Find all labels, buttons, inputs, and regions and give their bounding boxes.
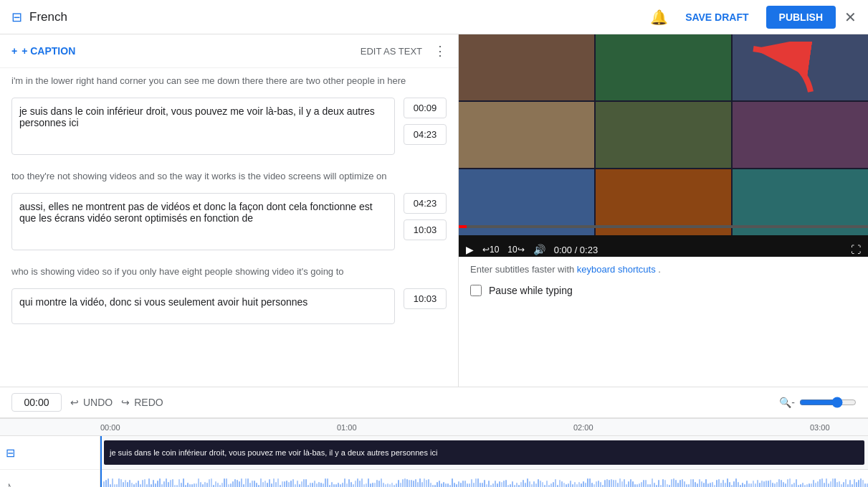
mark-2: 02:00 bbox=[573, 423, 593, 432]
page-title: French bbox=[29, 10, 67, 24]
main-content: + + CAPTION EDIT AS TEXT ⋮ i'm in the lo… bbox=[0, 34, 868, 387]
fullscreen-button[interactable]: ⛶ bbox=[851, 244, 861, 255]
time-end-btn-1[interactable]: 04:23 bbox=[404, 124, 447, 145]
caption-track-icon: ⊟ bbox=[6, 446, 15, 460]
video-container: ▶ ↩10 10↪ 🔊 0:00 / 0:23 ⛶ bbox=[459, 34, 868, 257]
time-buttons-1: 00:09 04:23 bbox=[404, 98, 447, 145]
caption-block-2: aussi, elles ne montrent pas de vidéos e… bbox=[0, 189, 458, 259]
mark-3: 03:00 bbox=[810, 423, 830, 432]
redo-button[interactable]: ↪ REDO bbox=[121, 397, 163, 408]
timeline-ruler: 00:00 01:00 02:00 03:00 bbox=[0, 419, 868, 436]
timeline: 00:00 01:00 02:00 03:00 ⊟ ♪ je suis dans… bbox=[0, 418, 868, 487]
pause-while-typing-label: Pause while typing bbox=[489, 285, 573, 296]
time-buttons-2: 04:23 10:03 bbox=[404, 193, 447, 240]
video-grid bbox=[459, 34, 868, 235]
pause-while-typing-row: Pause while typing bbox=[459, 282, 868, 299]
forward-10-button[interactable]: 10↪ bbox=[507, 245, 524, 255]
video-controls: ▶ ↩10 10↪ 🔊 0:00 / 0:23 ⛶ bbox=[459, 235, 868, 257]
more-options-button[interactable]: ⋮ bbox=[434, 43, 447, 59]
plus-icon: + bbox=[11, 45, 17, 57]
video-cell-3 bbox=[733, 34, 868, 100]
timeline-labels: ⊟ ♪ bbox=[0, 436, 100, 487]
time-display: 0:00 / 0:23 bbox=[554, 245, 842, 255]
audio-track-label: ♪ bbox=[0, 470, 100, 487]
playhead bbox=[100, 436, 102, 487]
timeline-body: ⊟ ♪ je suis dans le coin inférieur droit… bbox=[0, 436, 868, 487]
caption-track-label: ⊟ bbox=[0, 436, 100, 470]
play-button[interactable]: ▶ bbox=[466, 244, 474, 255]
caption-block-3: qui montre la vidéo, donc si vous seulem… bbox=[0, 284, 458, 333]
mark-1: 01:00 bbox=[337, 423, 357, 432]
time-start-btn-2[interactable]: 04:23 bbox=[404, 193, 447, 214]
header-right: 🔔 SAVE DRAFT PUBLISH ✕ bbox=[650, 6, 857, 29]
header-left: ⊟ French bbox=[11, 9, 67, 25]
caption-textarea-1[interactable]: je suis dans le coin inférieur droit, vo… bbox=[11, 98, 395, 155]
audio-waveform bbox=[100, 470, 868, 487]
time-input[interactable] bbox=[11, 393, 62, 412]
redo-icon: ↪ bbox=[121, 397, 130, 408]
save-draft-button[interactable]: SAVE DRAFT bbox=[677, 7, 757, 27]
time-buttons-3: 10:03 bbox=[404, 288, 447, 309]
app-header: ⊟ French 🔔 SAVE DRAFT PUBLISH ✕ bbox=[0, 0, 868, 34]
mark-0: 00:00 bbox=[100, 423, 120, 432]
progress-bar-container[interactable] bbox=[459, 225, 868, 228]
original-line-2: too they're not showing videos and so th… bbox=[0, 164, 458, 189]
caption-textarea-3[interactable]: qui montre la vidéo, donc si vous seulem… bbox=[11, 288, 395, 324]
caption-textarea-2[interactable]: aussi, elles ne montrent pas de vidéos e… bbox=[11, 193, 395, 250]
audio-track-icon: ♪ bbox=[6, 480, 11, 487]
caption-label: + CAPTION bbox=[22, 45, 75, 57]
caption-panel: + + CAPTION EDIT AS TEXT ⋮ i'm in the lo… bbox=[0, 34, 459, 387]
progress-bar-fill bbox=[459, 225, 467, 228]
volume-button[interactable]: 🔊 bbox=[533, 244, 545, 255]
close-button[interactable]: ✕ bbox=[844, 9, 857, 26]
comment-icon-btn[interactable]: 🔔 bbox=[650, 9, 668, 26]
undo-icon: ↩ bbox=[70, 397, 79, 408]
add-caption-button[interactable]: + + CAPTION bbox=[11, 45, 75, 57]
zoom-out-button[interactable]: 🔍- bbox=[779, 397, 795, 408]
video-cell-4 bbox=[459, 102, 594, 168]
shortcuts-link[interactable]: shortcuts bbox=[618, 264, 656, 275]
subtitle-info: Enter subtitles faster with keyboard sho… bbox=[459, 257, 868, 282]
pause-while-typing-checkbox[interactable] bbox=[470, 285, 482, 296]
video-cell-1 bbox=[459, 34, 594, 100]
audio-track bbox=[100, 470, 868, 487]
bottom-toolbar: ↩ UNDO ↪ REDO 🔍- bbox=[0, 387, 868, 418]
publish-button[interactable]: PUBLISH bbox=[766, 6, 836, 29]
original-line-3: who is showing video so if you only have… bbox=[0, 259, 458, 284]
video-cell-6 bbox=[733, 102, 868, 168]
caption-panel-header: + + CAPTION EDIT AS TEXT ⋮ bbox=[0, 34, 458, 68]
caption-track: je suis dans le coin inférieur droit, vo… bbox=[100, 436, 868, 470]
caption-clip[interactable]: je suis dans le coin inférieur droit, vo… bbox=[104, 440, 864, 465]
video-cell-2 bbox=[596, 34, 731, 100]
caption-block-1: je suis dans le coin inférieur droit, vo… bbox=[0, 93, 458, 164]
rewind-10-button[interactable]: ↩10 bbox=[482, 245, 499, 255]
time-start-btn-1[interactable]: 00:09 bbox=[404, 98, 447, 118]
original-line-1: i'm in the lower right hand corner you c… bbox=[0, 68, 458, 93]
zoom-slider[interactable] bbox=[799, 397, 857, 408]
zoom-control: 🔍- bbox=[779, 397, 857, 408]
video-panel: ▶ ↩10 10↪ 🔊 0:00 / 0:23 ⛶ Enter subtitle… bbox=[459, 34, 868, 387]
caption-panel-actions: EDIT AS TEXT ⋮ bbox=[361, 43, 447, 59]
undo-button[interactable]: ↩ UNDO bbox=[70, 397, 113, 408]
timeline-content: je suis dans le coin inférieur droit, vo… bbox=[100, 436, 868, 487]
time-start-btn-3[interactable]: 10:03 bbox=[404, 288, 447, 309]
keyboard-link[interactable]: keyboard bbox=[577, 264, 615, 275]
subtitle-icon: ⊟ bbox=[11, 9, 22, 25]
video-cell-5 bbox=[596, 102, 731, 168]
edit-as-text-button[interactable]: EDIT AS TEXT bbox=[361, 46, 422, 57]
time-end-btn-2[interactable]: 10:03 bbox=[404, 219, 447, 240]
